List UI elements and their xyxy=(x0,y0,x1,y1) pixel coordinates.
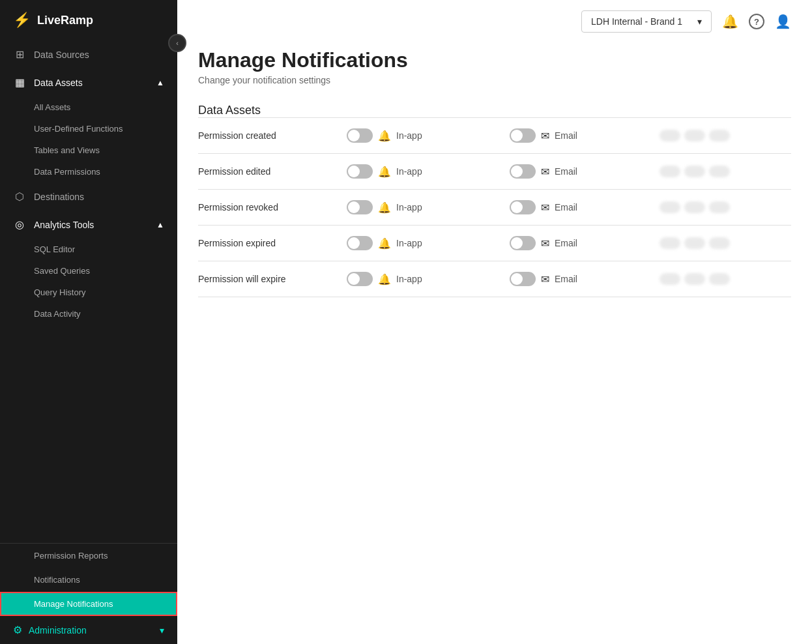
extra-toggle-3 xyxy=(709,273,730,285)
sidebar-sub-permission-reports[interactable]: Permission Reports xyxy=(0,544,177,568)
email-toggle-permission-edited[interactable] xyxy=(510,164,536,179)
notification-bell-icon[interactable]: 🔔 xyxy=(722,14,738,29)
email-toggle-permission-will-expire[interactable] xyxy=(510,272,536,286)
sidebar-item-destinations[interactable]: ⬡ Destinations xyxy=(0,183,177,211)
row-label: Permission edited xyxy=(198,154,341,190)
sidebar-sub-data-permissions[interactable]: Data Permissions xyxy=(0,161,177,183)
sidebar-item-data-assets[interactable]: ▦ Data Assets ▲ xyxy=(0,68,177,96)
row-label: Permission will expire xyxy=(198,261,341,297)
brand-selector-chevron: ▾ xyxy=(697,16,702,27)
sidebar-sub-tables-and-views[interactable]: Tables and Views xyxy=(0,139,177,161)
email-toggle-permission-revoked[interactable] xyxy=(510,200,536,214)
email-label: Email xyxy=(555,166,577,177)
inapp-toggle-permission-will-expire[interactable] xyxy=(347,272,373,286)
logo[interactable]: ⚡ LiveRamp xyxy=(0,0,177,40)
extra-toggle-2 xyxy=(684,237,705,249)
admin-chevron-icon: ▾ xyxy=(160,625,164,636)
app-name: LiveRamp xyxy=(37,14,93,27)
sidebar-item-label: Analytics Tools xyxy=(34,220,94,230)
row-extra xyxy=(654,226,791,261)
brand-selector[interactable]: LDH Internal - Brand 1 ▾ xyxy=(581,10,712,33)
inapp-label: In-app xyxy=(396,202,422,212)
chevron-up-icon: ▲ xyxy=(156,220,164,229)
analytics-tools-icon: ◎ xyxy=(13,218,26,231)
sidebar-item-label: Data Sources xyxy=(34,50,89,60)
sidebar-item-analytics-tools[interactable]: ◎ Analytics Tools ▲ xyxy=(0,211,177,239)
chevron-up-icon: ▲ xyxy=(156,78,164,87)
sidebar-sub-query-history[interactable]: Query History xyxy=(0,282,177,303)
notifications-table: Permission created 🔔 In-app ✉ Email xyxy=(198,117,791,297)
row-label: Permission created xyxy=(198,118,341,154)
page-title: Manage Notifications xyxy=(198,48,791,72)
main-content: LDH Internal - Brand 1 ▾ 🔔 ? 👤 Manage No… xyxy=(177,0,812,644)
extra-toggle-3 xyxy=(709,237,730,249)
sidebar-sub-sql-editor[interactable]: SQL Editor xyxy=(0,239,177,260)
email-toggle-permission-expired[interactable] xyxy=(510,236,536,250)
bell-icon: 🔔 xyxy=(378,237,391,250)
logo-icon: ⚡ xyxy=(13,12,31,29)
help-icon[interactable]: ? xyxy=(749,14,764,29)
mail-icon: ✉ xyxy=(541,201,549,214)
row-label: Permission revoked xyxy=(198,190,341,226)
destinations-icon: ⬡ xyxy=(13,190,26,203)
row-email-controls: ✉ Email xyxy=(504,154,654,190)
bell-icon: 🔔 xyxy=(378,273,391,285)
sidebar-sub-data-activity[interactable]: Data Activity xyxy=(0,303,177,325)
inapp-toggle-permission-revoked[interactable] xyxy=(347,200,373,214)
section-title: Data Assets xyxy=(198,104,791,117)
row-extra xyxy=(654,261,791,297)
row-extra xyxy=(654,190,791,226)
page-subtitle: Change your notification settings xyxy=(198,75,791,85)
sidebar-item-label: Data Assets xyxy=(34,78,83,88)
sidebar-sub-all-assets[interactable]: All Assets xyxy=(0,96,177,118)
extra-toggle-1 xyxy=(660,166,680,177)
mail-icon: ✉ xyxy=(541,166,549,178)
admin-gear-icon: ⚙ xyxy=(13,624,22,636)
mail-icon: ✉ xyxy=(541,130,549,142)
table-row: Permission expired 🔔 In-app ✉ Email xyxy=(198,226,791,261)
row-inapp-controls: 🔔 In-app xyxy=(341,154,504,190)
inapp-toggle-permission-expired[interactable] xyxy=(347,236,373,250)
email-label: Email xyxy=(555,130,577,141)
extra-toggle-2 xyxy=(684,273,705,285)
sidebar-item-administration[interactable]: ⚙ Administration ▾ xyxy=(0,616,177,644)
extra-toggle-3 xyxy=(709,166,730,177)
bell-icon: 🔔 xyxy=(378,201,391,214)
bell-icon: 🔔 xyxy=(378,166,391,178)
email-toggle-permission-created[interactable] xyxy=(510,128,536,143)
inapp-label: In-app xyxy=(396,274,422,284)
data-assets-icon: ▦ xyxy=(13,76,26,89)
sidebar-sub-manage-notifications[interactable]: Manage Notifications xyxy=(0,592,177,616)
table-row: Permission revoked 🔔 In-app ✉ Email xyxy=(198,190,791,226)
sidebar-sub-saved-queries[interactable]: Saved Queries xyxy=(0,260,177,282)
inapp-label: In-app xyxy=(396,166,422,177)
sidebar-sub-user-defined-functions[interactable]: User-Defined Functions xyxy=(0,118,177,139)
inapp-label: In-app xyxy=(396,238,422,248)
bell-icon: 🔔 xyxy=(378,130,391,142)
row-email-controls: ✉ Email xyxy=(504,226,654,261)
brand-selector-value: LDH Internal - Brand 1 xyxy=(591,16,682,27)
inapp-toggle-permission-edited[interactable] xyxy=(347,164,373,179)
sidebar-item-data-sources[interactable]: ⊞ Data Sources xyxy=(0,40,177,68)
row-email-controls: ✉ Email xyxy=(504,118,654,154)
extra-toggle-1 xyxy=(660,130,680,141)
sidebar-item-label: Destinations xyxy=(34,192,84,202)
row-inapp-controls: 🔔 In-app xyxy=(341,118,504,154)
row-label: Permission expired xyxy=(198,226,341,261)
inapp-toggle-permission-created[interactable] xyxy=(347,128,373,143)
extra-toggle-2 xyxy=(684,130,705,141)
user-avatar-icon[interactable]: 👤 xyxy=(775,14,791,29)
admin-label: Administration xyxy=(29,625,87,636)
row-inapp-controls: 🔔 In-app xyxy=(341,261,504,297)
data-sources-icon: ⊞ xyxy=(13,48,26,61)
row-extra xyxy=(654,118,791,154)
table-row: Permission edited 🔔 In-app ✉ Email xyxy=(198,154,791,190)
row-extra xyxy=(654,154,791,190)
sidebar: ⚡ LiveRamp ‹ ⊞ Data Sources ▦ Data Asset… xyxy=(0,0,177,644)
sidebar-sub-notifications[interactable]: Notifications xyxy=(0,568,177,592)
extra-toggle-1 xyxy=(660,201,680,213)
row-email-controls: ✉ Email xyxy=(504,261,654,297)
email-label: Email xyxy=(555,238,577,248)
collapse-button[interactable]: ‹ xyxy=(168,34,186,52)
sidebar-bottom: Permission Reports Notifications Manage … xyxy=(0,543,177,644)
